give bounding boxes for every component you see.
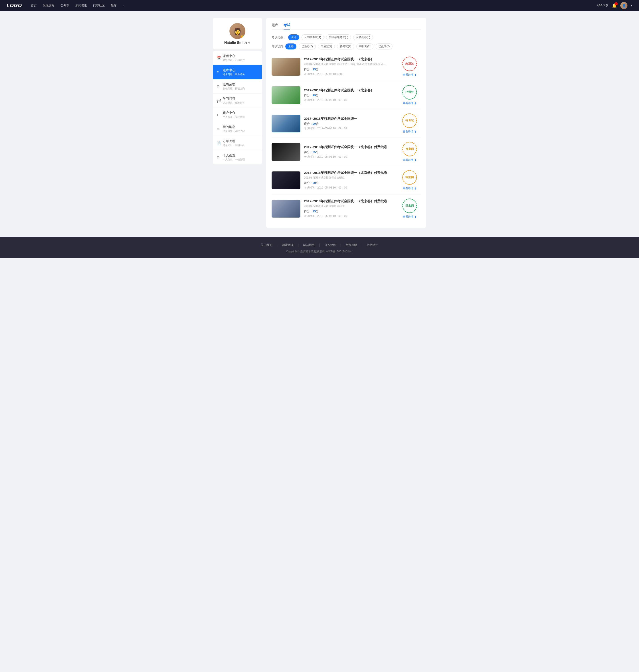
exam-info-exam-6: 2017–2018年行测证件考试全国统一（北京卷）付费批卷 2018年行测考试是… <box>304 199 395 218</box>
score-value-exam-5: 99 <box>313 181 316 185</box>
tab-question-bank-tab[interactable]: 题库 <box>271 23 278 30</box>
exam-desc-exam-6: 2018年行测考试是最值得多去研究 <box>304 204 388 208</box>
view-detail-exam-1[interactable]: 查看详情 ❯ <box>403 73 416 77</box>
app-download-button[interactable]: APP下载 <box>597 3 608 7</box>
profile-name-text: Natalie Smith <box>224 41 247 45</box>
view-detail-exam-6[interactable]: 查看详情 ❯ <box>403 215 416 219</box>
status-stamp-exam-2: 已通过 <box>402 85 417 100</box>
nav-link-···[interactable]: ··· <box>123 4 125 7</box>
sidebar-item-settings[interactable]: ⚙ 个人设置 个人信息，一键管理 <box>213 150 262 164</box>
nav-link-发现课程[interactable]: 发现课程 <box>43 4 54 7</box>
sidebar: 👩 🏅 Natalie Smith ✎ 📅 课程中心 精彩课程，不容错过 ≡ 题… <box>213 18 262 228</box>
status-stamp-exam-5: 待批阅 <box>402 170 417 185</box>
menu-sub-orders: 订单支出，明明白白 <box>223 144 258 147</box>
exam-status-tag-待批阅(2)[interactable]: 待批阅(2) <box>356 44 373 49</box>
view-detail-exam-2[interactable]: 查看详情 ❯ <box>403 101 416 105</box>
menu-sub-messages: 消息通知，及时了解 <box>223 129 258 133</box>
exam-time-exam-5: 考试时间：2019–05–03 10：09：09 <box>304 186 395 190</box>
view-detail-exam-3[interactable]: 查看详情 ❯ <box>403 130 416 133</box>
menu-icon-account: ♦ <box>217 113 223 117</box>
exam-actions-exam-3: 待考试 查看详情 ❯ <box>399 113 421 133</box>
edit-icon[interactable]: ✎ <box>248 41 250 45</box>
sidebar-item-qa[interactable]: 💬 学习问答 课后重温，疑难解答 <box>213 94 262 108</box>
sidebar-item-certificates[interactable]: ⚙ 证书荣誉 收获荣耀，持证上岗 <box>213 79 262 94</box>
footer-divider-1: | <box>298 243 299 247</box>
avatar-image: 👤 <box>620 2 627 9</box>
nav-link-题库[interactable]: 题库 <box>111 4 117 7</box>
exam-thumb-exam-1 <box>271 58 300 76</box>
exam-time-exam-3: 考试时间：2019–05–03 10：09：09 <box>304 127 395 130</box>
exam-type-tag-随机抽题考试(5)[interactable]: 随机抽题考试(5) <box>326 34 351 41</box>
score-value-exam-4: 25 <box>313 150 316 154</box>
avatar[interactable]: 👤 <box>620 2 627 9</box>
footer-divider-4: | <box>361 243 362 247</box>
nav-link-首页[interactable]: 首页 <box>31 4 36 7</box>
menu-icon-qa: 💬 <box>217 98 223 103</box>
nav-link-问答社区[interactable]: 问答社区 <box>93 4 105 7</box>
footer-link-加盟代理[interactable]: 加盟代理 <box>282 243 294 247</box>
score-value-exam-2: 99 <box>313 94 316 97</box>
navbar: LOGO 首页发现课程公开课新闻资讯问答社区题库··· APP下载 🔔 1 👤 … <box>0 0 639 11</box>
footer-link-合作伙伴[interactable]: 合作伙伴 <box>324 243 336 247</box>
menu-icon-question-bank: ≡ <box>217 70 223 74</box>
notification-badge: 1 <box>614 2 618 5</box>
nav-link-公开课[interactable]: 公开课 <box>61 4 69 7</box>
logo[interactable]: LOGO <box>7 3 22 9</box>
menu-icon-orders: 📄 <box>217 141 223 145</box>
exam-score-exam-5: 得分：99分 <box>304 181 395 185</box>
score-value-exam-1: 25 <box>313 68 316 71</box>
notification-bell[interactable]: 🔔 1 <box>612 3 617 8</box>
exam-type-tag-付费批卷(6)[interactable]: 付费批卷(6) <box>353 34 373 41</box>
award-badge-icon: 🏅 <box>241 35 245 38</box>
exam-status-tag-已批阅(2)[interactable]: 已批阅(2) <box>376 44 393 49</box>
menu-icon-settings: ⚙ <box>217 155 223 159</box>
sidebar-item-messages[interactable]: ✉ 我的消息 消息通知，及时了解 <box>213 122 262 136</box>
exam-status-tag-待考试(2)[interactable]: 待考试(2) <box>337 44 354 49</box>
footer-link-免责声明[interactable]: 免责声明 <box>345 243 357 247</box>
exam-info-exam-5: 2017–2018年行测证件考试全国统一（北京卷）付费批卷 2018年行测考试是… <box>304 171 395 190</box>
footer-link-网站地图[interactable]: 网站地图 <box>303 243 315 247</box>
exam-thumb-exam-4 <box>271 143 300 161</box>
exam-thumb-image-exam-2 <box>271 86 300 104</box>
menu-sub-qa: 课后重温，疑难解答 <box>223 101 258 105</box>
menu-icon-certificates: ⚙ <box>217 84 223 89</box>
exam-actions-exam-1: 未通过 查看详情 ❯ <box>399 57 421 77</box>
exam-item-exam-4: 2017–2018年行测证件考试全国统一（北京卷）付费批卷 得分：25分 考试时… <box>271 138 421 166</box>
exam-type-tag-证书类考试(4)[interactable]: 证书类考试(4) <box>301 34 324 41</box>
sidebar-item-orders[interactable]: 📄 订单管理 订单支出，明明白白 <box>213 136 262 150</box>
menu-sub-certificates: 收获荣耀，持证上岗 <box>223 87 258 90</box>
menu-label-question-bank: 题库中心 <box>223 68 258 72</box>
exam-status-tag-未通过(2)[interactable]: 未通过(2) <box>318 44 335 49</box>
view-detail-exam-5[interactable]: 查看详情 ❯ <box>403 187 416 190</box>
nav-link-新闻资讯[interactable]: 新闻资讯 <box>75 4 87 7</box>
menu-sub-account: 个人权益，实时掌握 <box>223 115 258 119</box>
menu-icon-messages: ✉ <box>217 127 223 131</box>
footer-link-招贤纳士[interactable]: 招贤纳士 <box>367 243 378 247</box>
footer-divider-0: | <box>277 243 278 247</box>
tab-exam-tab[interactable]: 考试 <box>283 23 290 30</box>
nav-right: APP下载 🔔 1 👤 ▾ <box>597 2 632 9</box>
footer-link-关于我们[interactable]: 关于我们 <box>261 243 272 247</box>
menu-label-settings: 个人设置 <box>223 154 258 158</box>
exam-status-tag-全部[interactable]: 全部 <box>285 44 296 49</box>
sidebar-item-account[interactable]: ♦ 账户中心 个人权益，实时掌握 <box>213 108 262 122</box>
sidebar-item-question-bank[interactable]: ≡ 题库中心 海量习题，助力通关 <box>213 65 262 79</box>
view-detail-exam-4[interactable]: 查看详情 ❯ <box>403 158 416 162</box>
content-tabs: 题库考试 <box>271 23 421 30</box>
exam-info-exam-3: 2017–2018年行测证件考试全国统一 得分：99分 考试时间：2019–05… <box>304 117 395 130</box>
exam-status-tag-已通过(2)[interactable]: 已通过(2) <box>299 44 316 49</box>
exam-title-exam-4: 2017–2018年行测证件考试全国统一（北京卷）付费批卷 <box>304 145 395 149</box>
exam-actions-exam-6: 已批阅 查看详情 ❯ <box>399 198 421 219</box>
exam-thumb-exam-5 <box>271 172 300 189</box>
exam-title-exam-2: 2017–2018年行测证件考试全国统一（北京卷） <box>304 88 395 93</box>
chevron-down-icon[interactable]: ▾ <box>631 4 632 7</box>
exam-type-tag-全部[interactable]: 全部 <box>288 34 299 41</box>
exam-time-exam-6: 考试时间：2019–05–03 10：09：09 <box>304 214 395 218</box>
sidebar-item-course-center[interactable]: 📅 课程中心 精彩课程，不容错过 <box>213 51 262 65</box>
exam-score-exam-6: 得分：25分 <box>304 209 395 213</box>
exam-info-exam-1: 2017–2018年行测证件考试全国统一（北京卷） 2018年行测考试是最值得多… <box>304 57 395 76</box>
footer-copyright: Copyright© 云朵商学院 版权所有 京ICP备17051340号–1 <box>4 250 635 254</box>
menu-label-account: 账户中心 <box>223 111 258 115</box>
exam-status-filter-row: 考试状态 全部已通过(2)未通过(2)待考试(2)待批阅(2)已批阅(2) <box>271 44 421 49</box>
exam-thumb-image-exam-6 <box>271 200 300 218</box>
